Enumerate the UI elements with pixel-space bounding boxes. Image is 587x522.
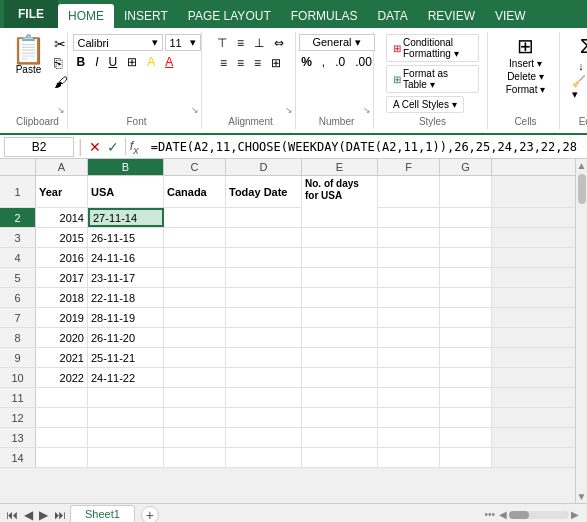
cell-e10[interactable] [302,368,378,387]
number-format-dropdown[interactable]: General ▾ [299,34,375,51]
align-bottom-button[interactable]: ⊥ [250,34,268,52]
clear-button[interactable]: 🧹 Clear ▾ [572,75,587,101]
cell-a13[interactable] [36,428,88,447]
cell-g11[interactable] [440,388,492,407]
col-header-a[interactable]: A [36,159,88,175]
cancel-formula-button[interactable]: ✕ [87,139,103,155]
cell-g6[interactable] [440,288,492,307]
tab-file[interactable]: FILE [4,0,58,28]
cell-b8[interactable]: 26-11-20 [88,328,164,347]
cell-c9[interactable] [164,348,226,367]
cell-c10[interactable] [164,368,226,387]
cell-f2[interactable] [378,208,440,227]
cell-b5[interactable]: 23-11-17 [88,268,164,287]
first-sheet-button[interactable]: ⏮ [4,508,20,522]
row-num-11[interactable]: 11 [0,388,36,407]
comma-button[interactable]: , [318,53,329,71]
align-center-button[interactable]: ≡ [233,54,248,72]
cell-c6[interactable] [164,288,226,307]
format-as-table-button[interactable]: ⊞ Format as Table ▾ [386,65,479,93]
col-header-d[interactable]: D [226,159,302,175]
cell-e12[interactable] [302,408,378,427]
cell-g12[interactable] [440,408,492,427]
align-right-button[interactable]: ≡ [250,54,265,72]
cell-a8[interactable]: 2020 [36,328,88,347]
cell-g13[interactable] [440,428,492,447]
align-left-button[interactable]: ≡ [216,54,231,72]
cell-f12[interactable] [378,408,440,427]
cell-f3[interactable] [378,228,440,247]
cell-g10[interactable] [440,368,492,387]
cell-styles-button[interactable]: A Cell Styles ▾ [386,96,464,113]
align-middle-button[interactable]: ≡ [233,34,248,52]
cell-d11[interactable] [226,388,302,407]
col-header-b[interactable]: B [88,159,164,175]
row-num-12[interactable]: 12 [0,408,36,427]
cell-a3[interactable]: 2015 [36,228,88,247]
cell-g4[interactable] [440,248,492,267]
cell-a5[interactable]: 2017 [36,268,88,287]
prev-sheet-button[interactable]: ◀ [22,508,35,522]
tab-insert[interactable]: INSERT [114,4,178,28]
cell-a7[interactable]: 2019 [36,308,88,327]
cell-a1[interactable]: Year [36,176,88,207]
next-sheet-button[interactable]: ▶ [37,508,50,522]
col-header-f[interactable]: F [378,159,440,175]
cell-b13[interactable] [88,428,164,447]
fill-color-button[interactable]: A [143,53,159,71]
cell-e8[interactable] [302,328,378,347]
h-scroll-left[interactable]: ◀ [499,509,507,520]
cell-d8[interactable] [226,328,302,347]
cell-f11[interactable] [378,388,440,407]
cell-c1[interactable]: Canada [164,176,226,207]
scroll-thumb[interactable] [578,174,586,204]
cell-c11[interactable] [164,388,226,407]
cell-b6[interactable]: 22-11-18 [88,288,164,307]
cell-c7[interactable] [164,308,226,327]
cell-a9[interactable]: 2021 [36,348,88,367]
clipboard-expand-icon[interactable]: ↘ [57,105,65,115]
cell-d5[interactable] [226,268,302,287]
cell-g14[interactable] [440,448,492,467]
percent-button[interactable]: % [297,53,316,71]
tab-review[interactable]: REVIEW [418,4,485,28]
tab-view[interactable]: VIEW [485,4,536,28]
cell-g7[interactable] [440,308,492,327]
cell-d2[interactable] [226,208,302,227]
format-cells-button[interactable]: Format ▾ [506,84,545,95]
cell-d12[interactable] [226,408,302,427]
cell-a10[interactable]: 2022 [36,368,88,387]
tab-data[interactable]: DATA [367,4,417,28]
insert-cells-button[interactable]: ⊞ Insert ▾ [509,34,542,69]
font-expand-icon[interactable]: ↘ [191,105,199,115]
name-box[interactable] [4,137,74,157]
h-scroll-track[interactable] [509,511,569,519]
cell-b10[interactable]: 24-11-22 [88,368,164,387]
cell-e11[interactable] [302,388,378,407]
delete-cells-button[interactable]: Delete ▾ [507,71,544,82]
copy-button[interactable]: ⎘ [54,55,68,72]
cell-e3[interactable] [302,228,378,247]
cell-f9[interactable] [378,348,440,367]
row-num-9[interactable]: 9 [0,348,36,367]
cell-g1[interactable] [440,176,492,207]
cell-b9[interactable]: 25-11-21 [88,348,164,367]
alignment-expand-icon[interactable]: ↘ [285,105,293,115]
paste-button[interactable]: 📋 Paste [7,34,50,77]
cell-c5[interactable] [164,268,226,287]
cell-f7[interactable] [378,308,440,327]
row-num-5[interactable]: 5 [0,268,36,287]
cell-d9[interactable] [226,348,302,367]
cell-a11[interactable] [36,388,88,407]
number-expand-icon[interactable]: ↘ [363,105,371,115]
cell-f13[interactable] [378,428,440,447]
cell-f4[interactable] [378,248,440,267]
cell-e13[interactable] [302,428,378,447]
cell-b2[interactable]: 27-11-14 [88,208,164,227]
cell-g5[interactable] [440,268,492,287]
cell-d6[interactable] [226,288,302,307]
cell-a12[interactable] [36,408,88,427]
scroll-down-button[interactable]: ▼ [576,490,587,503]
decrease-decimal-button[interactable]: .00 [351,53,376,71]
cell-b14[interactable] [88,448,164,467]
